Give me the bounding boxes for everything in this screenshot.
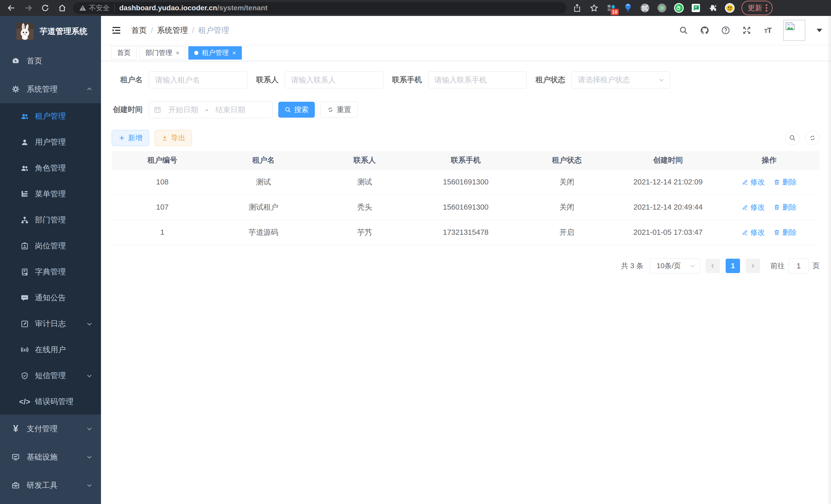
cell-status: 关闭: [516, 202, 618, 212]
breadcrumb-home[interactable]: 首页: [131, 25, 147, 36]
extension-chat-icon[interactable]: [691, 3, 701, 13]
browser-update-button[interactable]: 更新: [742, 1, 772, 15]
goto-page-input[interactable]: [789, 262, 809, 270]
search-button[interactable]: 搜索: [278, 102, 315, 118]
tab-home[interactable]: 首页: [111, 46, 137, 60]
page-number-1[interactable]: 1: [726, 259, 740, 273]
sidebar-item-dept[interactable]: 部门管理: [0, 207, 101, 233]
extension-grid-icon[interactable]: 10: [606, 3, 616, 13]
chat-icon: [691, 3, 700, 12]
sidebar-logo[interactable]: 芋道管理系统: [0, 16, 101, 47]
user-avatar[interactable]: [783, 20, 805, 41]
share-button[interactable]: [572, 3, 582, 13]
chevron-right-icon: [750, 263, 756, 269]
edit-button[interactable]: 修改: [742, 202, 765, 212]
reset-button[interactable]: 重置: [320, 102, 358, 118]
search-icon: [679, 26, 688, 35]
bookmark-button[interactable]: [589, 3, 599, 13]
browser-back-button[interactable]: [5, 1, 18, 14]
tab-label: 租户管理: [202, 48, 229, 57]
sidebar-item-user[interactable]: 用户管理: [0, 129, 101, 155]
mobile-input[interactable]: [428, 76, 526, 84]
fullscreen-button[interactable]: [741, 25, 752, 36]
profile-avatar-icon[interactable]: [725, 3, 735, 13]
broadcast-icon: [20, 346, 30, 354]
sidebar-item-menu[interactable]: 菜单管理: [0, 181, 101, 207]
extension-yuque-icon[interactable]: [674, 3, 684, 13]
hamburger-fold-icon: [111, 25, 121, 35]
date-range-picker[interactable]: -: [149, 101, 273, 118]
sidebar-item-dict[interactable]: 字典管理: [0, 259, 101, 285]
sidebar-item-pay[interactable]: ¥ 支付管理: [0, 415, 101, 443]
help-button[interactable]: [720, 25, 731, 36]
font-size-button[interactable]: TT: [762, 25, 773, 36]
breadcrumb-separator: /: [192, 26, 194, 35]
add-button[interactable]: 新增: [112, 130, 149, 146]
share-icon: [573, 4, 581, 12]
sidebar-item-sms[interactable]: 短信管理: [0, 363, 101, 389]
delete-button[interactable]: 删除: [773, 202, 797, 212]
tab-label: 部门管理: [145, 48, 172, 57]
toggle-search-button[interactable]: [785, 131, 800, 145]
sidebar-item-home[interactable]: 首页: [0, 47, 101, 75]
sidebar-item-tenant[interactable]: 租户管理: [0, 103, 101, 129]
extension-command-icon[interactable]: [640, 3, 650, 13]
export-button[interactable]: 导出: [155, 130, 192, 146]
edit-button[interactable]: 修改: [742, 228, 765, 237]
col-tenant-name: 租户名: [213, 155, 314, 166]
sidebar-item-label: 支付管理: [27, 424, 58, 434]
sidebar-item-errorcode[interactable]: </> 错误码管理: [0, 389, 101, 415]
sidebar-item-infra[interactable]: 基础设施: [0, 443, 101, 471]
user-menu-caret-icon[interactable]: [816, 29, 822, 32]
browser-reload-button[interactable]: [38, 1, 52, 14]
extension-badge: 10: [611, 9, 619, 15]
toolbox-icon: [10, 481, 21, 490]
browser-home-button[interactable]: [56, 1, 69, 14]
date-start-input[interactable]: [161, 106, 205, 114]
chevron-down-icon: [86, 482, 93, 488]
browser-forward-button[interactable]: [22, 1, 35, 14]
tab-dept[interactable]: 部门管理 ×: [140, 46, 185, 60]
sidebar-item-devtools[interactable]: 研发工具: [0, 471, 101, 499]
extensions-puzzle-button[interactable]: [708, 3, 718, 13]
create-time-label: 创建时间: [112, 105, 143, 115]
sidebar-item-role[interactable]: 角色管理: [0, 155, 101, 181]
refresh-table-button[interactable]: [805, 131, 820, 145]
sidebar-item-notice[interactable]: 通知公告: [0, 285, 101, 311]
page-size-select[interactable]: 10条/页: [650, 259, 700, 273]
edit-button[interactable]: 修改: [742, 177, 765, 187]
date-end-input[interactable]: [208, 106, 252, 114]
delete-button[interactable]: 删除: [773, 228, 797, 237]
delete-button[interactable]: 删除: [773, 177, 797, 187]
chevron-down-icon: [86, 425, 93, 432]
tab-tenant[interactable]: 租户管理 ×: [188, 46, 242, 60]
sidebar-item-post[interactable]: 岗位管理: [0, 233, 101, 259]
extension-record-icon[interactable]: [657, 3, 667, 13]
browser-menu-icon[interactable]: [766, 4, 767, 11]
sidebar-collapse-button[interactable]: [111, 25, 122, 36]
status-label: 租户状态: [536, 75, 565, 85]
sidebar-item-audit-log[interactable]: 审计日志: [0, 311, 101, 337]
sidebar-item-online-users[interactable]: 在线用户: [0, 337, 101, 363]
edit-label: 修改: [750, 228, 765, 237]
prev-page-button[interactable]: [706, 259, 720, 273]
close-icon[interactable]: ×: [232, 49, 236, 57]
header-search-button[interactable]: [678, 25, 689, 36]
breadcrumb-system[interactable]: 系统管理: [157, 25, 188, 36]
github-link-button[interactable]: [699, 25, 710, 36]
home-icon: [58, 4, 66, 12]
sidebar-item-system[interactable]: 系统管理: [0, 75, 101, 103]
audit-log-icon: [20, 320, 30, 328]
extension-balloon-icon[interactable]: [623, 3, 633, 13]
tenant-name-input[interactable]: [149, 76, 247, 84]
next-page-button[interactable]: [746, 259, 760, 273]
command-icon: [640, 3, 650, 12]
trash-icon: [773, 179, 780, 185]
reset-label: 重置: [337, 105, 351, 115]
trash-icon: [773, 229, 780, 236]
cell-mobile: 15601691300: [415, 178, 516, 186]
status-select[interactable]: 请选择租户状态: [571, 71, 670, 88]
close-icon[interactable]: ×: [176, 49, 179, 57]
address-bar[interactable]: 不安全 dashboard.yudao.iocoder.cn/system/te…: [73, 2, 566, 14]
contact-input[interactable]: [285, 76, 383, 84]
